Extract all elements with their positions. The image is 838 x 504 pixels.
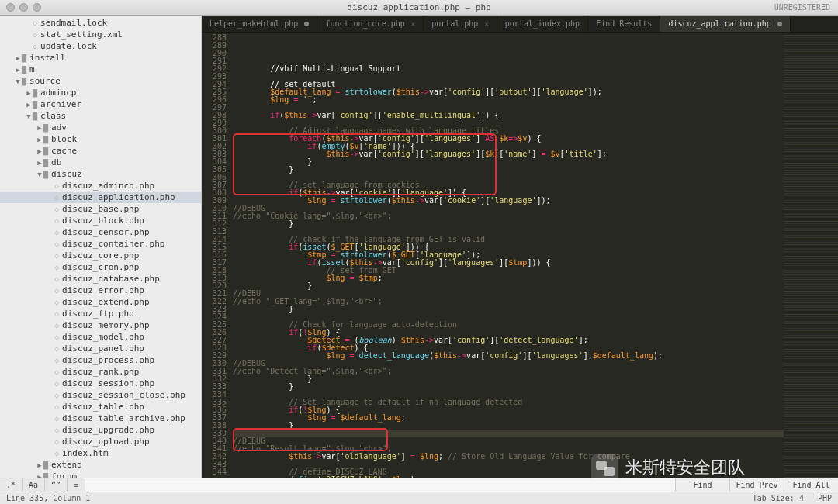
file-item[interactable]: ◇discuz_process.php [0,354,201,366]
code-line[interactable]: } [233,383,784,391]
file-item[interactable]: ◇discuz_admincp.php [0,180,201,192]
tree-item-label: db [51,157,61,167]
code-line[interactable]: //vbif Multi-Lingual Support [233,65,784,73]
code-line[interactable]: } [233,422,784,430]
find-button[interactable]: Find Prev [729,478,784,492]
editor-tab[interactable]: portal.php× [424,16,497,32]
file-item[interactable]: ◇discuz_error.php [0,285,201,296]
file-item[interactable]: ◇discuz_rank.php [0,366,201,378]
code-line[interactable] [233,430,784,437]
file-icon: ◇ [33,42,37,50]
close-icon[interactable]: × [411,20,415,28]
file-item[interactable]: ◇update.lock [0,40,201,52]
file-explorer-sidebar[interactable]: ◇sendmail.lock◇stat_setting.xml◇update.l… [0,16,202,478]
file-icon: ◇ [33,30,37,39]
folder-item[interactable]: ▶▇extend [0,459,201,471]
file-item[interactable]: ◇discuz_table_archive.php [0,413,201,424]
folder-item[interactable]: ▼▇class [0,110,201,122]
folder-item[interactable]: ▶▇archiver [0,98,201,110]
editor-tab[interactable]: Find Results [588,16,660,32]
code-line[interactable]: $lng = $tmp; [233,274,784,282]
file-item[interactable]: ◇discuz_container.php [0,238,201,250]
file-item[interactable]: ◇discuz_application.php [0,192,201,203]
code-line[interactable]: $lng = detect_language($this->var['confi… [233,352,784,360]
file-item[interactable]: ◇discuz_ftp.php [0,308,201,319]
code-line[interactable]: } [233,282,784,290]
file-item[interactable]: ◇discuz_memory.php [0,319,201,331]
status-tab-size[interactable]: Tab Size: 4 [753,494,804,502]
folder-item[interactable]: ▶▇block [0,133,201,145]
code-line[interactable]: $lng = $default_lang; [233,414,784,422]
folder-item[interactable]: ▶▇install [0,52,201,64]
code-line[interactable]: $lng = ''; [233,96,784,104]
file-icon: ◇ [54,274,59,283]
close-icon[interactable]: × [484,20,488,28]
file-item[interactable]: ◇discuz_session.php [0,378,201,389]
minimize-window-icon[interactable] [19,3,28,12]
minimap[interactable] [784,33,838,478]
code-line[interactable]: //echo "Detect lang=",$lng,"<br>"; [233,368,784,375]
code-line[interactable]: } [233,306,784,313]
file-item[interactable]: ◇discuz_panel.php [0,343,201,354]
find-button[interactable]: Find [675,478,729,492]
folder-item[interactable]: ▶▇admincp [0,87,201,98]
code-line[interactable]: $this->var['config']['languages'][$k]['n… [233,150,784,158]
find-button[interactable]: Find All [784,478,838,492]
tree-item-label: block [51,134,77,144]
status-syntax[interactable]: PHP [818,494,832,502]
search-option[interactable]: .* [0,478,23,492]
folder-item[interactable]: ▶▇m [0,64,201,75]
window-titlebar: discuz_application.php — php UNREGISTERE… [0,0,838,16]
zoom-window-icon[interactable] [33,3,41,12]
file-item[interactable]: ◇discuz_upgrade.php [0,424,201,436]
code-editor[interactable]: //vbif Multi-Lingual Support // set defa… [233,33,784,478]
file-item[interactable]: ◇discuz_upload.php [0,436,201,447]
folder-item[interactable]: ▶▇cache [0,145,201,157]
code-line[interactable]: } [233,220,784,228]
tree-item-label: discuz_core.php [62,250,139,261]
file-item[interactable]: ◇discuz_core.php [0,250,201,261]
find-bar[interactable]: .*Aa“”≡ FindFind PrevFind All [0,478,838,492]
code-line[interactable]: if($this->var['config']['enable_multilin… [233,112,784,119]
close-window-icon[interactable] [6,3,15,12]
editor-tab[interactable]: discuz_application.php [660,16,790,32]
search-option[interactable]: Aa [23,478,45,492]
dirty-indicator-icon [304,22,309,26]
file-item[interactable]: ◇discuz_cron.php [0,261,201,273]
folder-icon: ▇ [33,88,37,97]
search-input[interactable] [85,478,675,492]
code-line[interactable]: //echo "_GET lang=",$lng,"<br>"; [233,298,784,306]
code-line[interactable]: } [233,158,784,166]
folder-item[interactable]: ▼▇source [0,75,201,87]
traffic-lights[interactable] [6,3,41,12]
file-item[interactable]: ◇discuz_table.php [0,401,201,413]
folder-item[interactable]: ▶▇adv [0,122,201,133]
file-item[interactable]: ◇discuz_session_close.php [0,389,201,401]
code-line[interactable]: } [233,166,784,174]
folder-item[interactable]: ▼▇discuz [0,168,201,180]
file-item[interactable]: ◇stat_setting.xml [0,29,201,40]
file-item[interactable]: ◇discuz_block.php [0,215,201,226]
code-line[interactable]: $lng = strtolower($this->var['cookie']['… [233,197,784,205]
file-item[interactable]: ◇discuz_censor.php [0,226,201,238]
editor-tab[interactable]: portal_index.php [497,16,588,32]
folder-item[interactable]: ▶▇forum [0,471,201,478]
file-item[interactable]: ◇index.htm [0,447,201,459]
code-line[interactable]: $this->var['oldlanguage'] = $lng; // Sto… [233,453,784,461]
code-line[interactable]: //echo "Cookie lang=",$lng,"<br>"; [233,212,784,220]
code-line[interactable]: } [233,375,784,383]
file-icon: ◇ [54,286,59,295]
file-item[interactable]: ◇discuz_extend.php [0,296,201,308]
file-item[interactable]: ◇sendmail.lock [0,17,201,29]
code-line[interactable]: define('DISCUZ_LANG', $lng); [233,476,784,478]
search-option[interactable]: “” [45,478,68,492]
tab-bar[interactable]: helper_makehtml.phpfunction_core.php×por… [202,16,838,33]
editor-tab[interactable]: function_core.php× [317,16,424,32]
file-icon: ◇ [54,426,59,434]
editor-tab[interactable]: helper_makehtml.php [202,16,317,32]
folder-item[interactable]: ▶▇db [0,157,201,168]
file-item[interactable]: ◇discuz_model.php [0,331,201,343]
file-item[interactable]: ◇discuz_base.php [0,203,201,215]
file-item[interactable]: ◇discuz_database.php [0,273,201,285]
search-option[interactable]: ≡ [68,478,85,492]
